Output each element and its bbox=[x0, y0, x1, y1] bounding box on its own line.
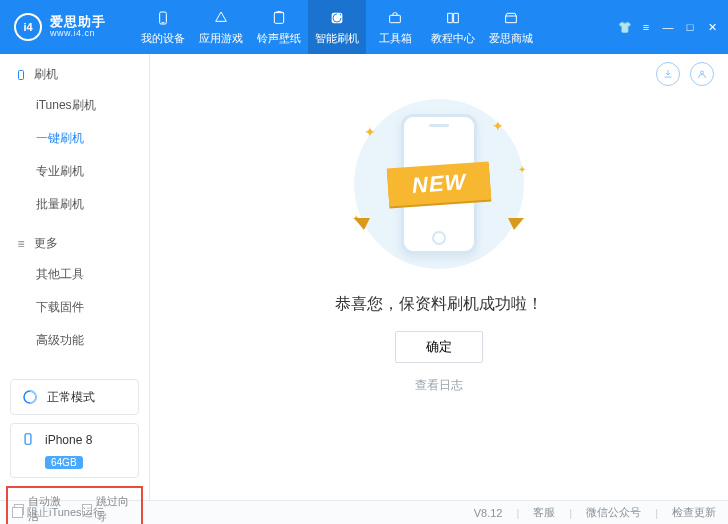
nav-ringtones-wallpapers[interactable]: 铃声壁纸 bbox=[250, 0, 308, 54]
nav-tutorials[interactable]: 教程中心 bbox=[424, 0, 482, 54]
sidebar-group-title: 刷机 bbox=[34, 66, 58, 83]
device-name: iPhone 8 bbox=[45, 433, 92, 447]
apps-icon bbox=[212, 9, 230, 27]
logo-text: 爱思助手 www.i4.cn bbox=[50, 15, 106, 39]
view-log-link[interactable]: 查看日志 bbox=[415, 377, 463, 394]
device-icon bbox=[21, 432, 37, 448]
device-card[interactable]: iPhone 8 64GB bbox=[10, 423, 139, 478]
mode-label: 正常模式 bbox=[47, 389, 95, 406]
version-label: V8.12 bbox=[474, 507, 503, 519]
sidebar-item-advanced[interactable]: 高级功能 bbox=[14, 324, 135, 357]
sidebar-item-itunes-flash[interactable]: iTunes刷机 bbox=[14, 89, 135, 122]
new-ribbon: NEW bbox=[387, 161, 492, 206]
minimize-button[interactable]: — bbox=[662, 21, 674, 33]
nav-toolbox[interactable]: 工具箱 bbox=[366, 0, 424, 54]
sidebar-item-oneclick-flash[interactable]: 一键刷机 bbox=[14, 122, 135, 155]
support-link[interactable]: 客服 bbox=[533, 505, 555, 520]
success-illustration: ✦ ✦ ✦ ✦ NEW bbox=[324, 94, 554, 274]
logo-badge: i4 bbox=[14, 13, 42, 41]
sidebar-item-other-tools[interactable]: 其他工具 bbox=[14, 258, 135, 291]
separator: | bbox=[516, 507, 519, 519]
nav-label: 智能刷机 bbox=[315, 31, 359, 46]
svg-rect-6 bbox=[19, 70, 24, 79]
checkbox-icon bbox=[12, 507, 23, 518]
sparkle-icon: ✦ bbox=[518, 164, 526, 175]
store-icon bbox=[502, 9, 520, 27]
ok-button[interactable]: 确定 bbox=[395, 331, 483, 363]
music-icon bbox=[270, 9, 288, 27]
nav-apps-games[interactable]: 应用游戏 bbox=[192, 0, 250, 54]
sidebar-group-flash: 刷机 bbox=[14, 66, 135, 83]
sidebar-item-pro-flash[interactable]: 专业刷机 bbox=[14, 155, 135, 188]
close-button[interactable]: ✕ bbox=[706, 21, 718, 34]
nav-label: 铃声壁纸 bbox=[257, 31, 301, 46]
nav-store[interactable]: 爱思商城 bbox=[482, 0, 540, 54]
device-storage-badge: 64GB bbox=[45, 456, 83, 469]
separator: | bbox=[655, 507, 658, 519]
main-panel: ✦ ✦ ✦ ✦ NEW 恭喜您，保资料刷机成功啦！ 确定 查看日志 bbox=[150, 54, 728, 500]
flash-icon bbox=[328, 9, 346, 27]
phone-icon bbox=[154, 9, 172, 27]
maximize-button[interactable]: □ bbox=[684, 21, 696, 33]
nav-my-device[interactable]: 我的设备 bbox=[134, 0, 192, 54]
separator: | bbox=[569, 507, 572, 519]
svg-rect-4 bbox=[390, 15, 401, 22]
app-logo: i4 爱思助手 www.i4.cn bbox=[14, 13, 134, 41]
check-update-link[interactable]: 检查更新 bbox=[672, 505, 716, 520]
checkbox-label: 阻止iTunes运行 bbox=[27, 505, 104, 520]
nav-label: 教程中心 bbox=[431, 31, 475, 46]
nav-label: 我的设备 bbox=[141, 31, 185, 46]
menu-icon[interactable]: ≡ bbox=[640, 21, 652, 33]
sidebar-item-batch-flash[interactable]: 批量刷机 bbox=[14, 188, 135, 221]
toolbox-icon bbox=[386, 9, 404, 27]
nav-label: 工具箱 bbox=[379, 31, 412, 46]
book-icon bbox=[444, 9, 462, 27]
download-button[interactable] bbox=[656, 62, 680, 86]
mode-card[interactable]: 正常模式 bbox=[10, 379, 139, 415]
sparkle-icon: ✦ bbox=[492, 118, 504, 134]
top-nav: 我的设备 应用游戏 铃声壁纸 智能刷机 工具箱 教程中心 爱思商城 bbox=[134, 0, 618, 54]
sparkle-icon: ✦ bbox=[364, 124, 376, 140]
sidebar-group-title: 更多 bbox=[34, 235, 58, 252]
user-button[interactable] bbox=[690, 62, 714, 86]
more-section-icon: ≡ bbox=[14, 237, 28, 251]
sidebar-group-more: ≡ 更多 bbox=[14, 235, 135, 252]
sidebar-item-download-firmware[interactable]: 下载固件 bbox=[14, 291, 135, 324]
block-itunes-checkbox[interactable]: 阻止iTunes运行 bbox=[12, 505, 104, 520]
mode-icon bbox=[21, 388, 39, 406]
skin-icon[interactable]: 👕 bbox=[618, 21, 630, 34]
success-message: 恭喜您，保资料刷机成功啦！ bbox=[335, 294, 543, 315]
app-header: i4 爱思助手 www.i4.cn 我的设备 应用游戏 铃声壁纸 智能刷机 工具… bbox=[0, 0, 728, 54]
svg-rect-8 bbox=[25, 434, 31, 445]
svg-rect-2 bbox=[274, 12, 283, 23]
nav-label: 爱思商城 bbox=[489, 31, 533, 46]
svg-point-5 bbox=[701, 71, 704, 74]
window-controls: 👕 ≡ — □ ✕ bbox=[618, 21, 718, 34]
wechat-link[interactable]: 微信公众号 bbox=[586, 505, 641, 520]
nav-smart-flash[interactable]: 智能刷机 bbox=[308, 0, 366, 54]
nav-label: 应用游戏 bbox=[199, 31, 243, 46]
logo-title: 爱思助手 bbox=[50, 15, 106, 29]
sidebar: 刷机 iTunes刷机 一键刷机 专业刷机 批量刷机 ≡ 更多 其他工具 下载固… bbox=[0, 54, 150, 500]
logo-subtitle: www.i4.cn bbox=[50, 29, 106, 39]
flash-section-icon bbox=[14, 68, 28, 82]
